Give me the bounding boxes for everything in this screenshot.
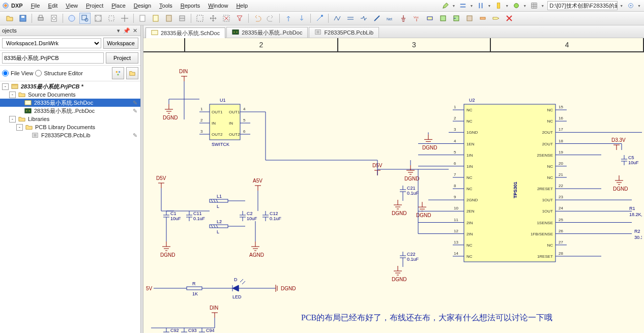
tab-sch-icon — [151, 29, 158, 37]
workspace-select[interactable]: Workspace1.DsnWrk — [2, 38, 101, 48]
zoom-select-icon[interactable] — [106, 13, 117, 24]
svg-rect-109 — [464, 104, 555, 262]
deselect-icon[interactable] — [221, 13, 232, 24]
print-icon[interactable] — [35, 13, 46, 24]
place-bus-icon[interactable] — [345, 13, 356, 24]
svg-point-8 — [630, 5, 632, 7]
place-no-erc-icon[interactable] — [504, 13, 515, 24]
svg-point-36 — [117, 74, 119, 76]
svg-text:0.1uF: 0.1uF — [407, 257, 419, 262]
svg-text:28: 28 — [559, 251, 563, 256]
zoom-fit-icon[interactable] — [93, 13, 104, 24]
place-vcc-icon[interactable]: Vcc — [411, 13, 422, 24]
zoom-region-icon[interactable] — [79, 13, 91, 24]
place-busentry-icon[interactable] — [371, 13, 383, 24]
tool-end-icon[interactable] — [626, 1, 635, 10]
tool-align-vert-icon[interactable] — [476, 1, 485, 10]
file-view-radio[interactable]: File View — [2, 68, 33, 78]
menu-place[interactable]: Place — [107, 0, 130, 11]
menu-view[interactable]: View — [62, 0, 82, 11]
tool-toggle-green-icon[interactable] — [512, 1, 521, 10]
crosshair-icon[interactable] — [119, 13, 130, 24]
schematic-canvas[interactable]: 2 3 4 DINDGNDU1SWITCKOUT11OUT14IN2IN5OUT… — [143, 38, 644, 333]
svg-text:DGND: DGND — [392, 210, 406, 216]
tree-item[interactable]: -28335最小系统.PrjPCB * — [0, 82, 140, 90]
project-tree[interactable]: -28335最小系统.PrjPCB *-Source Documents2833… — [0, 81, 140, 333]
doc-lib-icon[interactable] — [163, 13, 174, 24]
place-gnd-icon[interactable] — [398, 13, 409, 24]
compile-icon[interactable] — [177, 13, 188, 24]
move-icon[interactable] — [208, 13, 219, 24]
app-brand[interactable]: DXP — [0, 2, 27, 9]
panel-close-icon[interactable]: ✕ — [131, 27, 138, 34]
tab-pcb[interactable]: 28335最小系统..PcbDoc — [226, 27, 308, 38]
svg-text:NC: NC — [547, 164, 553, 169]
svg-text:DGND: DGND — [422, 145, 437, 150]
hierarchy-down-icon[interactable] — [296, 13, 307, 24]
svg-text:DIN: DIN — [210, 305, 218, 311]
tool-align-horiz-icon[interactable] — [458, 1, 467, 10]
menu-edit[interactable]: Edit — [44, 0, 62, 11]
tree-item[interactable]: -Source Documents — [0, 90, 140, 99]
menu-reports[interactable]: Reports — [177, 0, 204, 11]
project-field[interactable] — [2, 52, 104, 64]
panel-pin-icon[interactable]: 📌 — [123, 27, 130, 34]
svg-text:1: 1 — [454, 105, 456, 109]
menu-help[interactable]: Help — [232, 0, 252, 11]
select-rect-icon[interactable] — [194, 13, 206, 24]
tree-item[interactable]: 28335最小系统..PcbDoc✎ — [0, 107, 140, 115]
svg-text:C93: C93 — [188, 328, 197, 333]
doc-blank-icon[interactable] — [137, 13, 148, 24]
place-harness-icon[interactable] — [477, 13, 488, 24]
svg-text:C22: C22 — [407, 252, 416, 257]
project-button[interactable]: Project — [106, 52, 138, 64]
place-sheet-entry-icon[interactable] — [451, 13, 462, 24]
show-docs-icon[interactable] — [112, 67, 124, 79]
open-icon[interactable] — [4, 13, 15, 24]
menu-project[interactable]: Project — [82, 0, 107, 11]
svg-rect-20 — [140, 15, 145, 21]
redo-icon[interactable] — [265, 13, 276, 24]
doc-sch-icon[interactable] — [150, 13, 161, 24]
svg-text:D5V: D5V — [156, 175, 166, 181]
menu-window[interactable]: Window — [204, 0, 232, 11]
clear-filter-icon[interactable] — [234, 13, 245, 24]
tool-toggle-yellow-icon[interactable] — [494, 1, 503, 10]
save-icon[interactable] — [17, 13, 28, 24]
menu-file[interactable]: File — [27, 0, 44, 11]
structure-editor-radio[interactable]: Structure Editor — [35, 68, 82, 78]
browse-icon[interactable] — [66, 13, 77, 24]
place-signal-icon[interactable] — [358, 13, 369, 24]
svg-text:NC: NC — [466, 187, 473, 191]
tab-lib[interactable]: F28335PCB.PcbLib — [309, 27, 379, 38]
tool-pencil-icon[interactable] — [441, 1, 450, 10]
tree-item[interactable]: F28335PCB.PcbLib✎ — [0, 131, 140, 139]
tool-grid-icon[interactable] — [530, 1, 539, 10]
svg-text:IN: IN — [229, 121, 233, 126]
workspace-button[interactable]: Workspace — [103, 38, 138, 49]
menu-design[interactable]: Design — [130, 0, 155, 11]
undo-icon[interactable] — [252, 13, 263, 24]
preview-icon[interactable] — [48, 13, 60, 24]
project-options-icon[interactable] — [126, 67, 138, 79]
panel-autohide-icon[interactable]: ▾ — [115, 27, 122, 34]
place-port-icon[interactable] — [490, 13, 502, 24]
crossprobe-icon[interactable] — [314, 13, 325, 24]
svg-rect-5 — [497, 3, 500, 9]
place-part-icon[interactable] — [424, 13, 435, 24]
tab-sch[interactable]: 28335最小系统.SchDoc — [145, 27, 225, 38]
tree-item-label: 28335最小系统.PrjPCB * — [21, 82, 138, 90]
place-sheet-symbol-icon[interactable] — [437, 13, 449, 24]
dxp-icon — [2, 2, 9, 9]
tree-item[interactable]: 28335最小系统.SchDoc✎ — [0, 99, 140, 107]
tree-item[interactable]: -Libraries — [0, 115, 140, 123]
tree-item[interactable]: -PCB Library Documents — [0, 123, 140, 131]
svg-text:OUT1: OUT1 — [229, 110, 240, 114]
path-display[interactable]: D:\[07]技术创新\F28335的最小系 — [547, 1, 618, 10]
menu-tools[interactable]: Tools — [155, 0, 177, 11]
place-wire-iicon[interactable] — [332, 13, 343, 24]
hierarchy-up-icon[interactable] — [283, 13, 294, 24]
place-netlabel-icon[interactable]: Net — [385, 13, 396, 24]
place-device-sheet-icon[interactable] — [464, 13, 475, 24]
svg-text:NC: NC — [547, 119, 553, 124]
